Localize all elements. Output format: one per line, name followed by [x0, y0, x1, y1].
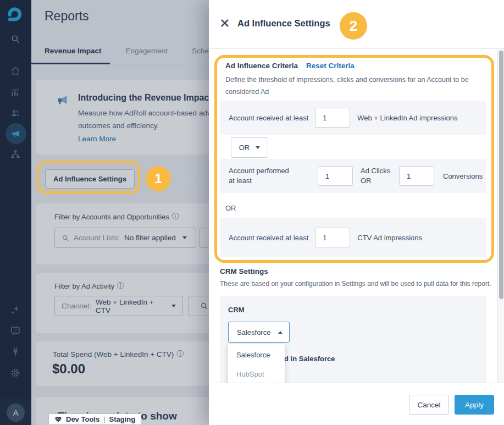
criteria-row-impressions: Account received at least Web + LinkedIn…: [220, 101, 486, 135]
dev-badge-separator: |: [103, 415, 105, 423]
ad-influence-settings-drawer: Ad Influence Settings 2 Ad Influence Cri…: [209, 0, 504, 425]
annotation-badge-1: 1: [146, 166, 171, 191]
app-root: ? A Reports Revenue Impact Engagement Sc…: [0, 0, 504, 425]
criteria-header: Ad Influence Criteria Reset Criteria: [225, 62, 355, 70]
or-label: OR: [225, 204, 236, 212]
drawer-scrollbar-thumb[interactable]: [499, 51, 503, 299]
drawer-title: Ad Influence Settings: [237, 18, 330, 29]
chevron-down-icon: [256, 146, 260, 149]
ctv-impressions-input[interactable]: [315, 228, 350, 247]
row3-suffix: CTV Ad impressions: [357, 234, 422, 242]
row1-prefix: Account received at least: [229, 114, 308, 122]
crm-label: CRM: [228, 306, 245, 314]
crm-select[interactable]: Salesforce: [228, 322, 290, 343]
row1-suffix: Web + LinkedIn Ad impressions: [357, 114, 457, 122]
crm-settings-description: These are based on your configuration in…: [220, 280, 491, 288]
dev-tools-label[interactable]: Dev Tools: [66, 415, 99, 423]
crm-partial-text: d in Salesforce: [284, 355, 335, 363]
row2-mid: Ad Clicks OR: [361, 166, 395, 186]
dev-tools-badge: Dev Tools | Staging: [48, 413, 141, 425]
criteria-heading: Ad Influence Criteria: [225, 62, 298, 70]
conversions-input[interactable]: [399, 166, 434, 186]
crm-selected-value: Salesforce: [237, 328, 270, 336]
criteria-row-clicks-conversions: Account performed at least Ad Clicks OR …: [220, 159, 486, 193]
annotation-ring-1: [37, 161, 140, 194]
operator-value: OR: [239, 143, 250, 152]
row2-suffix: Conversions: [443, 172, 483, 180]
heart-pulse-icon: [54, 416, 62, 423]
cancel-button[interactable]: Cancel: [409, 395, 449, 415]
criteria-description-line1: Define the threshold of impressions, cli…: [225, 76, 469, 96]
row2-prefix: Account performed at least: [229, 166, 292, 186]
drawer-scrollbar-track[interactable]: [497, 49, 504, 383]
row3-prefix: Account received at least: [229, 234, 308, 242]
apply-button[interactable]: Apply: [455, 395, 494, 415]
staging-label[interactable]: Staging: [109, 415, 136, 423]
crm-option-salesforce[interactable]: Salesforce: [236, 351, 270, 359]
annotation-badge-2: 2: [340, 12, 367, 40]
ad-clicks-input[interactable]: [318, 166, 353, 186]
reset-criteria-link[interactable]: Reset Criteria: [306, 62, 355, 70]
modal-scrim: [0, 0, 209, 425]
criteria-row-ctv: Account received at least CTV Ad impress…: [220, 218, 486, 257]
operator-dropdown[interactable]: OR: [231, 137, 268, 158]
annotation-ring-2: Ad Influence Criteria Reset Criteria Def…: [214, 55, 494, 263]
drawer-footer: Cancel Apply: [209, 383, 504, 425]
web-linkedin-impressions-input[interactable]: [315, 108, 350, 128]
crm-settings-heading: CRM Settings: [220, 267, 268, 275]
crm-option-hubspot[interactable]: HubSpot: [236, 370, 264, 378]
crm-dropdown-menu: Salesforce HubSpot: [228, 344, 285, 385]
close-icon[interactable]: [220, 18, 230, 28]
chevron-up-icon: [278, 331, 283, 334]
